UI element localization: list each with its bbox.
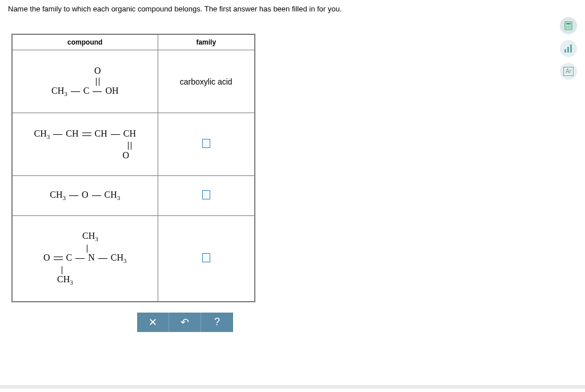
svg-point-3 [568, 26, 569, 27]
undo-icon: ↶ [181, 316, 189, 329]
svg-rect-9 [567, 47, 569, 53]
family-answer-input[interactable] [202, 253, 210, 262]
close-icon: ✕ [149, 316, 157, 329]
answer-table-wrap: compound family O CH3 C OH [11, 34, 585, 332]
calculator-icon [564, 21, 573, 30]
header-compound: compound [12, 34, 158, 50]
family-cell: carboxylic acid [158, 50, 255, 113]
footer-divider [0, 385, 585, 389]
undo-button[interactable]: ↶ [169, 313, 201, 332]
family-cell [158, 176, 255, 216]
side-tool-panel: Ar [560, 17, 577, 80]
family-answer-input[interactable] [202, 139, 210, 148]
svg-rect-8 [564, 49, 566, 53]
calculator-button[interactable] [560, 17, 577, 34]
compound-cell: CH3 CH CH CH O [12, 113, 158, 176]
svg-point-4 [570, 26, 571, 27]
svg-point-6 [568, 27, 569, 29]
svg-rect-1 [566, 23, 571, 25]
element-symbol-icon: Ar [563, 67, 574, 76]
formula-dimethyl-ether: CH3 O CH3 [50, 190, 120, 201]
svg-point-7 [570, 27, 571, 29]
compound-cell: CH3 O C N CH3 CH3 [12, 216, 158, 302]
graph-button[interactable] [560, 40, 577, 57]
compound-cell: O CH3 C OH [12, 50, 158, 113]
formula-dimethylacetamide: CH3 O C N CH3 CH3 [43, 231, 127, 286]
family-answer-input[interactable] [202, 190, 210, 199]
answer-toolbar: ✕ ↶ ? [137, 313, 585, 332]
svg-rect-10 [570, 45, 572, 53]
formula-butenal: CH3 CH CH CH O [34, 129, 136, 160]
question-prompt: Name the family to which each organic co… [0, 0, 585, 17]
family-cell [158, 113, 255, 176]
table-row: CH3 CH CH CH O [12, 113, 255, 176]
formula-acetic-acid: O CH3 C OH [51, 66, 119, 97]
help-button[interactable]: ? [201, 313, 233, 332]
help-icon: ? [214, 316, 220, 328]
bar-chart-icon [563, 43, 574, 54]
table-row: CH3 O CH3 [12, 176, 255, 216]
table-row: CH3 O C N CH3 CH3 [12, 216, 255, 302]
clear-button[interactable]: ✕ [137, 313, 169, 332]
svg-point-5 [566, 27, 567, 29]
svg-point-2 [566, 26, 567, 27]
family-cell [158, 216, 255, 302]
header-family: family [158, 34, 255, 50]
compound-cell: CH3 O CH3 [12, 176, 158, 216]
compound-table: compound family O CH3 C OH [11, 34, 255, 302]
family-answer-filled: carboxylic acid [180, 77, 233, 86]
table-row: O CH3 C OH carboxylic acid [12, 50, 255, 113]
periodic-table-button[interactable]: Ar [560, 63, 577, 80]
